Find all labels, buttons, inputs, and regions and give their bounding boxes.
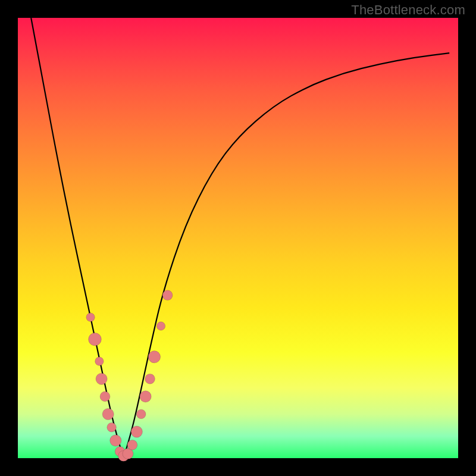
data-marker <box>131 426 142 437</box>
data-marker <box>145 374 155 384</box>
data-marker <box>102 408 114 419</box>
data-marker <box>136 409 146 419</box>
plot-area <box>18 18 458 458</box>
data-marker <box>162 290 173 300</box>
chart-frame: TheBottleneck.com <box>0 0 476 476</box>
data-markers <box>86 290 173 461</box>
chart-svg <box>18 18 458 458</box>
bottleneck-curve <box>31 18 449 453</box>
data-marker <box>110 435 121 446</box>
data-marker <box>95 357 104 365</box>
data-marker <box>89 333 102 346</box>
data-marker <box>100 392 110 402</box>
data-marker <box>86 313 95 321</box>
data-marker <box>140 391 151 402</box>
data-marker <box>96 373 107 384</box>
watermark-text: TheBottleneck.com <box>351 2 465 18</box>
data-marker <box>156 322 165 330</box>
data-marker <box>127 440 137 450</box>
data-marker <box>148 351 160 363</box>
data-marker <box>107 422 117 432</box>
